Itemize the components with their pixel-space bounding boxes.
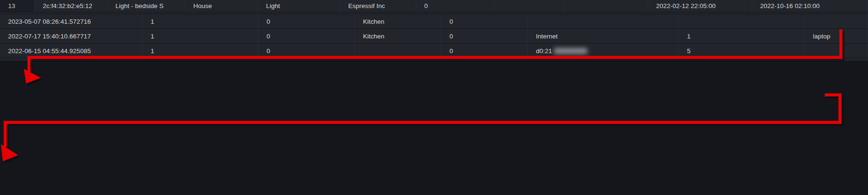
cell-value: 2022-06-15 04:55:44.925085 (8, 47, 91, 55)
cut-off-row-sliver (441, 58, 528, 61)
cell-dev_devicetype: Light (258, 0, 340, 12)
cell-value: Internet (536, 33, 558, 40)
cell-dev_icon (805, 14, 868, 29)
cell-value: Kitchen (363, 18, 384, 25)
cell-value: House (193, 2, 212, 9)
red-arrow-2-line (5, 95, 840, 147)
cell-dev_newdevice: 0 (258, 44, 355, 58)
cell-dev_location: Kitchen (355, 14, 441, 29)
cell-value: 5 (687, 47, 691, 55)
cell-value: Light (266, 2, 280, 9)
cell-dev_network_node_port: 1 (679, 29, 805, 44)
cell-value: 0 (267, 47, 270, 55)
cell-value: 0 (449, 47, 453, 55)
cell-value: 0 (267, 33, 270, 40)
cell-dev_icon (805, 44, 868, 58)
cell-dev_archived: 0 (441, 44, 528, 58)
cut-off-row-sliver (528, 58, 679, 61)
cell-#: 13 (0, 0, 35, 12)
red-arrow-2 (1, 95, 840, 161)
cell-dev_network_node_mac_addr: d0:21 (528, 44, 679, 58)
cut-off-row-sliver (805, 58, 868, 61)
cell-value: 2022-10-16 02:10:00 (760, 2, 820, 9)
device-table-segment-4-partial: 132c:f4:32:b2:e5:12Light - bedside SHous… (0, 0, 868, 12)
cell-dev_archived: 0 (441, 14, 528, 29)
red-arrow-1-head-icon (24, 69, 41, 84)
cell-value: 0 (449, 18, 453, 25)
cell-value: Espressif Inc (348, 2, 385, 9)
cell-value: 1 (151, 18, 154, 25)
cell-dev_archived: 0 (441, 29, 528, 44)
cell-value: Light - bedside S (115, 2, 163, 9)
cut-off-row-sliver (355, 58, 441, 61)
cell-value: 1 (687, 33, 691, 40)
cell-value: 13 (8, 2, 15, 9)
cell-dev_newdevice: 0 (258, 29, 355, 44)
cell-value: 2023-05-07 08:26:41.572716 (8, 18, 91, 25)
cell-dev_newdevice: 0 (258, 14, 355, 29)
cell-value: 2022-07-17 15:40:10.667717 (8, 33, 91, 40)
cell-dev_firstconnection: 2022-02-12 22:05:00 (648, 0, 752, 12)
cell-dev_lastnotification: 2022-07-17 15:40:10.667717 (0, 29, 143, 44)
cut-off-row-sliver (258, 58, 355, 61)
cell-dev_owner: House (185, 0, 258, 12)
cell-dev_icon: laptop (805, 29, 868, 44)
grafana-device-table-panels: #123dev_MAC↓↑123dev_Name↓↑123dev_Owner↓↑… (0, 0, 868, 195)
cell-dev_favorite: 0 (416, 0, 494, 12)
cell-dev_lastnotification: 2022-06-15 04:55:44.925085 (0, 44, 143, 58)
cell-dev_network_node_port: 5 (679, 44, 805, 58)
red-arrow-2-head-icon (1, 144, 18, 161)
cell-dev_presentlastscan: 1 (143, 29, 258, 44)
cut-off-row-sliver (679, 58, 805, 61)
cell-dev_location: Kitchen (355, 29, 441, 44)
cell-dev_network_node_mac_addr: Internet (528, 29, 679, 44)
cell-dev_presentlastscan: 1 (143, 44, 258, 58)
cell-dev_comments (563, 0, 648, 12)
cell-dev_mac: 2c:f4:32:b2:e5:12 (35, 0, 107, 12)
cell-value: d0:21 (536, 47, 552, 55)
cell-value: 0 (267, 18, 270, 25)
cut-off-row-sliver (143, 58, 258, 61)
cut-off-row-sliver (0, 58, 143, 61)
cell-dev_lastconnection: 2022-10-16 02:10:00 (752, 0, 868, 12)
cell-dev_name: Light - bedside S (107, 0, 185, 12)
cell-value: 2022-02-12 22:05:00 (656, 2, 715, 9)
cell-value: Kitchen (363, 33, 384, 40)
cell-dev_network_node_mac_addr (528, 14, 679, 29)
cell-dev_location (355, 44, 441, 58)
cell-value: laptop (813, 33, 830, 40)
cell-value: 0 (424, 2, 428, 9)
redacted-blur-block (554, 48, 587, 54)
cell-dev_lastnotification: 2023-05-07 08:26:41.572716 (0, 14, 143, 29)
cell-value: 1 (151, 47, 154, 55)
cell-value: 1 (151, 33, 154, 40)
cell-dev_vendor: Espressif Inc (340, 0, 416, 12)
cell-dev_presentlastscan: 1 (143, 14, 258, 29)
cell-value: 0 (449, 33, 453, 40)
cell-dev_network_node_port (679, 14, 805, 29)
cell-value: 2c:f4:32:b2:e5:12 (43, 2, 92, 9)
cell-dev_group (494, 0, 563, 12)
